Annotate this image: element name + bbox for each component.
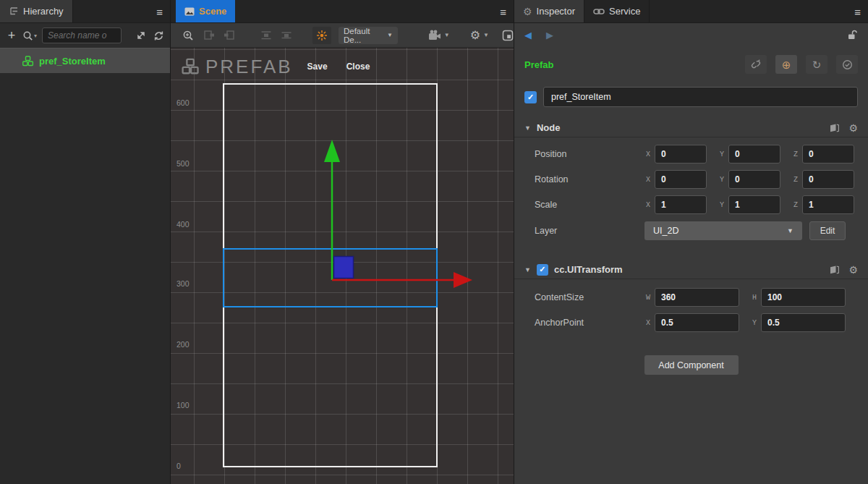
add-component-button[interactable]: Add Component — [644, 355, 739, 375]
node-docs-icon[interactable] — [829, 123, 840, 132]
editor-window: Hierarchy ≡ + ▾ — [0, 0, 868, 484]
uitransform-enabled-checkbox[interactable]: ✓ — [537, 264, 548, 276]
position-z-label: Z — [792, 150, 799, 158]
hierarchy-tab-label: Hierarchy — [23, 6, 64, 17]
prefab-close-button[interactable]: Close — [346, 61, 370, 72]
distribute-center-icon[interactable] — [281, 30, 292, 40]
revert-icon: ↻ — [812, 59, 822, 70]
inspector-menu-icon[interactable]: ≡ — [854, 0, 861, 23]
tab-inspector[interactable]: ⚙ Inspector — [514, 0, 584, 22]
position-y-input[interactable] — [728, 145, 780, 164]
nav-forward-icon[interactable]: ▶ — [546, 30, 553, 41]
node-name-input[interactable] — [543, 87, 858, 107]
rotation-y-input[interactable] — [728, 170, 780, 189]
prefab-apply-button[interactable] — [836, 55, 858, 74]
prefab-cubes-large-icon — [181, 58, 200, 75]
service-link-icon — [593, 8, 605, 15]
camera-dropdown[interactable]: ▼ — [428, 30, 450, 41]
tab-hierarchy[interactable]: Hierarchy — [0, 0, 73, 22]
position-x-input[interactable] — [655, 145, 707, 164]
contentsize-w-input[interactable] — [655, 288, 739, 307]
gizmo-plane-handle[interactable] — [334, 257, 354, 279]
scale-x-label: X — [644, 201, 652, 209]
rotation-y-label: Y — [718, 176, 726, 184]
tab-service[interactable]: Service — [584, 0, 650, 22]
anchorpoint-x-input[interactable] — [655, 313, 739, 332]
hierarchy-panel: Hierarchy ≡ + ▾ — [0, 0, 171, 484]
preview-window-icon[interactable] — [502, 30, 514, 41]
inspector-tabbar: ⚙ Inspector Service ≡ — [514, 0, 868, 23]
scene-menu-icon[interactable]: ≡ — [500, 0, 506, 23]
inspector-panel: ⚙ Inspector Service ≡ ◀ ▶ Prefab — [514, 0, 868, 484]
scale-x-input[interactable] — [655, 195, 707, 214]
anchorpoint-x-label: X — [644, 319, 652, 327]
view-mode-dropdown[interactable]: Default De... ▼ — [339, 27, 398, 44]
prefab-unlink-button[interactable] — [745, 55, 767, 74]
add-node-button[interactable]: + — [6, 28, 17, 43]
rotation-z-input[interactable] — [802, 170, 854, 189]
prefab-locate-button[interactable]: ⊕ — [775, 55, 797, 74]
scene-tab-label: Scene — [199, 6, 226, 17]
unlock-icon[interactable] — [847, 30, 858, 41]
prefab-edit-bar: PREFAB Save Close — [181, 54, 370, 80]
uitransform-collapse-icon[interactable]: ▼ — [524, 266, 531, 273]
tree-item-pref-storeitem[interactable]: pref_StoreItem — [0, 48, 170, 73]
hierarchy-toolbar: + ▾ — [0, 23, 170, 48]
layer-value: UI_2D — [653, 226, 678, 236]
contentsize-h-input[interactable] — [761, 288, 846, 307]
locate-target-icon: ⊕ — [782, 59, 791, 70]
anchorpoint-y-input[interactable] — [761, 313, 846, 332]
hierarchy-menu-icon[interactable]: ≡ — [156, 0, 163, 23]
align-right-icon[interactable] — [224, 30, 234, 40]
layer-edit-button[interactable]: Edit — [809, 221, 846, 240]
gizmo-y-arrowhead[interactable] — [324, 140, 340, 162]
uitransform-settings-gear-icon[interactable]: ⚙ — [848, 265, 858, 275]
node-collapse-icon[interactable]: ▼ — [524, 124, 531, 132]
node-enabled-checkbox[interactable]: ✓ — [524, 91, 537, 103]
expand-all-icon[interactable] — [136, 30, 146, 41]
position-y-label: Y — [718, 150, 726, 158]
rotation-z-label: Z — [792, 176, 799, 184]
layer-dropdown[interactable]: UI_2D ▼ — [644, 221, 802, 240]
scale-y-input[interactable] — [728, 195, 780, 214]
node-settings-gear-icon[interactable]: ⚙ — [848, 123, 858, 133]
zoom-tool-icon[interactable] — [182, 30, 194, 41]
view-mode-caret-icon: ▼ — [387, 32, 393, 38]
scale-y-label: Y — [718, 201, 726, 209]
move-gizmo[interactable] — [171, 48, 514, 484]
rotation-x-input[interactable] — [655, 170, 707, 189]
scene-panel: Scene ≡ — [171, 0, 514, 484]
prefab-mode-title: PREFAB — [205, 56, 293, 78]
uitransform-section-header[interactable]: ▼ ✓ cc.UITransform ⚙ — [514, 260, 868, 279]
scene-settings-dropdown[interactable]: ⚙ ▼ — [470, 30, 489, 41]
rotation-label: Rotation — [535, 174, 644, 184]
prefab-save-button[interactable]: Save — [307, 61, 328, 72]
gizmo-x-arrowhead[interactable] — [454, 272, 472, 288]
nav-back-icon[interactable]: ◀ — [524, 30, 532, 41]
scale-z-label: Z — [792, 201, 799, 209]
search-filter-button[interactable]: ▾ — [22, 30, 37, 41]
scale-label: Scale — [535, 200, 644, 210]
uitransform-docs-icon[interactable] — [829, 265, 840, 274]
scene-viewport[interactable]: 600 500 400 300 200 100 0 — [171, 48, 514, 484]
uitransform-section-title: cc.UITransform — [554, 264, 623, 275]
settings-caret-icon: ▼ — [483, 32, 489, 38]
tab-scene[interactable]: Scene — [176, 0, 235, 22]
prefab-badge: Prefab — [524, 59, 553, 70]
hierarchy-tree-icon — [9, 7, 19, 16]
prefab-revert-button[interactable]: ↻ — [806, 55, 827, 74]
scale-row: Scale X Y Z — [535, 195, 858, 214]
node-name-row: ✓ — [514, 87, 868, 107]
scale-z-input[interactable] — [802, 195, 854, 214]
search-input[interactable] — [42, 27, 122, 43]
position-z-input[interactable] — [802, 145, 854, 164]
hierarchy-tabbar: Hierarchy ≡ — [0, 0, 170, 23]
gizmo-toggle-button[interactable] — [312, 27, 331, 44]
node-section-header[interactable]: ▼ Node ⚙ — [514, 119, 868, 137]
align-left-icon[interactable] — [204, 30, 215, 40]
refresh-icon[interactable] — [153, 30, 164, 41]
distribute-top-icon[interactable] — [260, 30, 272, 40]
anchorpoint-row: AnchorPoint X Y — [535, 313, 858, 332]
position-label: Position — [535, 149, 644, 159]
layer-row: Layer UI_2D ▼ Edit — [535, 221, 858, 240]
